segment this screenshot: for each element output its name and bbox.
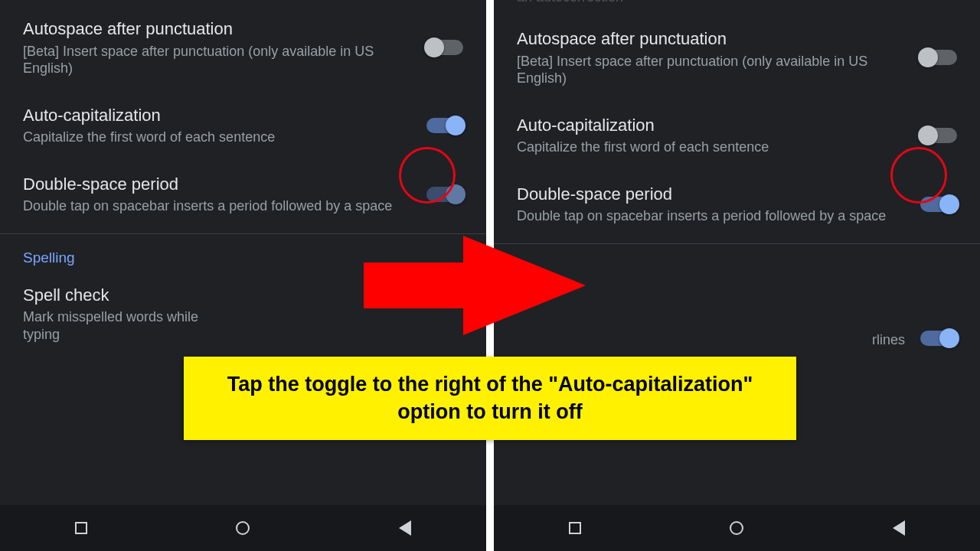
setting-subtitle: Double tap on spacebar inserts a period … [517,207,905,225]
section-divider [0,233,486,234]
setting-text: Spell check Mark misspelled words while … [23,285,463,344]
tutorial-composite: Autospace after punctuation [Beta] Inser… [0,0,980,551]
section-divider [494,243,980,244]
nav-recent-icon[interactable] [567,520,583,536]
setting-autocapitalization[interactable]: Auto-capitalization Capitalize the first… [494,101,980,170]
nav-home-icon[interactable] [234,520,251,536]
clipped-previous-row: an autocorrection [494,0,980,10]
setting-subtitle: [Beta] Insert space after punctuation (o… [23,43,411,77]
autocapitalization-toggle[interactable] [920,128,957,143]
setting-autospace[interactable]: Autospace after punctuation [Beta] Inser… [494,15,980,101]
setting-autocapitalization[interactable]: Auto-capitalization Capitalize the first… [0,91,486,160]
setting-subtitle-tail: rlines [517,331,905,349]
setting-double-space-period[interactable]: Double-space period Double tap on spaceb… [494,170,980,239]
nav-back-icon[interactable] [397,520,413,536]
before-panel: Autospace after punctuation [Beta] Inser… [0,0,486,551]
setting-title: Double-space period [517,184,905,205]
setting-subtitle: Mark misspelled words while typing [23,308,207,343]
android-nav-bar [0,505,486,551]
setting-title: Double-space period [23,174,411,195]
setting-text: Double-space period Double tap on spaceb… [23,174,426,215]
double-space-toggle[interactable] [426,187,463,202]
setting-subtitle: Capitalize the first word of each senten… [23,129,411,146]
double-space-toggle[interactable] [920,197,957,212]
autospace-toggle[interactable] [920,50,957,65]
setting-subtitle: [Beta] Insert space after punctuation (o… [517,53,905,87]
settings-list: Autospace after punctuation [Beta] Inser… [0,0,486,396]
android-nav-bar [494,505,980,551]
autocapitalization-toggle[interactable] [426,118,463,133]
spelling-section-header: Spelling [0,242,486,271]
setting-autospace[interactable]: Autospace after punctuation [Beta] Inser… [0,5,486,91]
after-panel: an autocorrection Autospace after punctu… [494,0,980,551]
setting-text: Autospace after punctuation [Beta] Inser… [517,28,920,87]
setting-text: Autospace after punctuation [Beta] Inser… [23,18,426,77]
setting-double-space-period[interactable]: Double-space period Double tap on spaceb… [0,160,486,229]
setting-title: Autospace after punctuation [23,18,411,40]
settings-list: Autospace after punctuation [Beta] Inser… [494,10,980,394]
setting-text: Auto-capitalization Capitalize the first… [23,105,426,146]
setting-title: Auto-capitalization [517,115,905,136]
setting-title: Spell check [23,285,448,306]
setting-title: Autospace after punctuation [517,28,905,50]
nav-recent-icon[interactable] [73,520,90,536]
instruction-callout: Tap the toggle to the right of the "Auto… [184,357,796,440]
setting-subtitle: Capitalize the first word of each senten… [517,139,905,156]
panel-divider [486,0,494,551]
setting-text: rlines [517,328,920,349]
setting-subtitle: Double tap on spacebar inserts a period … [23,197,411,215]
setting-title: Auto-capitalization [23,105,411,126]
spell-check-toggle[interactable] [920,331,957,346]
setting-text: Auto-capitalization Capitalize the first… [517,115,920,156]
nav-back-icon[interactable] [890,520,907,536]
autospace-toggle[interactable] [426,40,463,55]
setting-text: Double-space period Double tap on spaceb… [517,184,920,225]
nav-home-icon[interactable] [728,520,745,536]
